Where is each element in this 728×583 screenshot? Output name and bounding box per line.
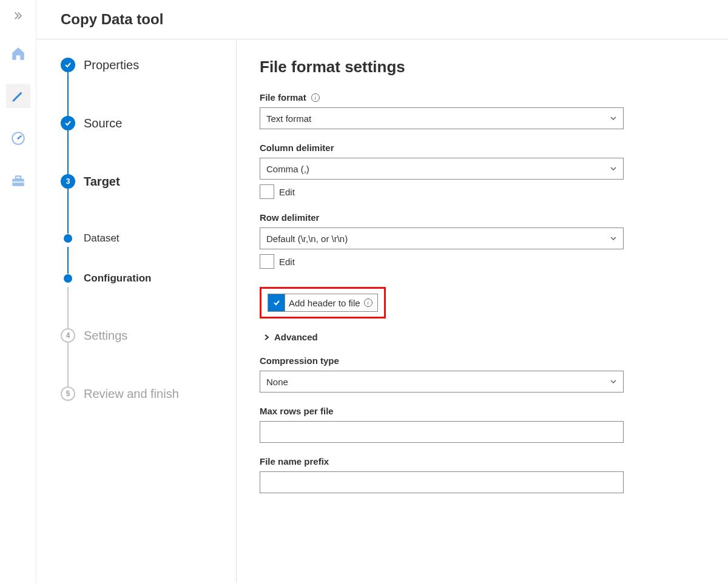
field-label: Compression type (260, 356, 624, 366)
field-max-rows: Max rows per file (260, 406, 624, 443)
highlight-add-header: Add header to file i (260, 287, 386, 318)
file-format-select[interactable]: Text format (260, 107, 624, 129)
field-label: Column delimiter (260, 143, 624, 153)
select-value: None (266, 377, 288, 387)
checkbox-label: Edit (279, 187, 295, 197)
dot-icon (64, 234, 72, 243)
max-rows-input[interactable] (260, 421, 624, 443)
step-label: Settings (84, 329, 127, 343)
step-number-badge: 4 (61, 328, 75, 343)
chevron-down-icon (610, 235, 617, 242)
chevron-down-icon (610, 378, 617, 385)
check-icon (61, 116, 75, 130)
info-icon[interactable]: i (364, 298, 372, 307)
nav-author[interactable] (6, 84, 30, 108)
chevron-double-right-icon (13, 11, 23, 21)
step-label: Source (84, 116, 122, 130)
nav-monitor[interactable] (6, 126, 30, 150)
form-heading: File format settings (260, 58, 704, 76)
column-delimiter-edit-checkbox[interactable]: Edit (260, 184, 624, 199)
checkbox-label: Edit (279, 257, 295, 267)
step-source[interactable]: Source (61, 116, 236, 174)
home-icon (10, 45, 26, 61)
field-file-name-prefix: File name prefix (260, 456, 624, 493)
field-file-format: File format i Text format (260, 92, 624, 129)
select-value: Text format (266, 113, 311, 124)
info-icon[interactable]: i (311, 93, 320, 102)
field-label: File name prefix (260, 456, 624, 467)
field-label: File format i (260, 92, 624, 103)
chevron-right-icon (263, 334, 269, 341)
add-header-checkbox[interactable]: Add header to file i (268, 294, 378, 312)
select-value: Comma (,) (266, 164, 309, 174)
wizard-stepper: Properties Source 3 Target (36, 39, 237, 583)
step-number-badge: 5 (61, 386, 75, 401)
checkbox-label: Add header to file (289, 298, 360, 308)
content: Properties Source 3 Target (36, 39, 728, 583)
advanced-label: Advanced (274, 332, 318, 342)
field-label: Row delimiter (260, 212, 624, 223)
select-value: Default (\r,\n, or \r\n) (266, 234, 348, 244)
chevron-down-icon (610, 115, 617, 122)
row-delimiter-edit-checkbox[interactable]: Edit (260, 254, 624, 269)
expand-rail-button[interactable] (11, 8, 25, 23)
nav-rail (0, 0, 36, 583)
svg-point-1 (17, 137, 19, 139)
field-compression-type: Compression type None (260, 356, 624, 393)
toolbox-icon (10, 173, 26, 189)
field-column-delimiter: Column delimiter Comma (,) Edit (260, 143, 624, 199)
page-title: Copy Data tool (61, 11, 728, 28)
nav-manage[interactable] (6, 169, 30, 193)
svg-rect-3 (15, 176, 21, 178)
step-label: Target (84, 175, 120, 189)
step-label: Dataset (84, 232, 120, 244)
field-row-delimiter: Row delimiter Default (\r,\n, or \r\n) E… (260, 212, 624, 269)
pencil-icon (10, 88, 26, 104)
check-icon (61, 58, 75, 72)
dot-icon (64, 274, 72, 283)
page-header: Copy Data tool (36, 0, 728, 39)
step-target[interactable]: 3 Target (61, 174, 236, 232)
step-properties[interactable]: Properties (61, 58, 236, 116)
form-file-format-settings: File format settings File format i Text … (237, 39, 728, 583)
step-review[interactable]: 5 Review and finish (61, 386, 236, 401)
svg-rect-4 (12, 181, 24, 183)
main: Copy Data tool Properties Source (36, 0, 728, 583)
step-configuration[interactable]: Configuration (61, 272, 236, 328)
nav-home[interactable] (6, 41, 30, 66)
step-settings[interactable]: 4 Settings (61, 328, 236, 386)
step-label: Review and finish (84, 387, 179, 401)
file-name-prefix-input[interactable] (260, 471, 624, 493)
step-number-badge: 3 (61, 174, 75, 189)
compression-type-select[interactable]: None (260, 371, 624, 393)
gauge-icon (10, 130, 26, 146)
field-label: Max rows per file (260, 406, 624, 416)
step-dataset[interactable]: Dataset (61, 232, 236, 272)
column-delimiter-select[interactable]: Comma (,) (260, 158, 624, 180)
checkbox-unchecked-icon (260, 254, 274, 269)
advanced-toggle[interactable]: Advanced (260, 332, 704, 342)
step-label: Configuration (84, 272, 151, 285)
checkbox-checked-icon (268, 294, 285, 311)
row-delimiter-select[interactable]: Default (\r,\n, or \r\n) (260, 227, 624, 249)
checkbox-unchecked-icon (260, 184, 274, 199)
chevron-down-icon (610, 165, 617, 172)
step-label: Properties (84, 58, 139, 72)
